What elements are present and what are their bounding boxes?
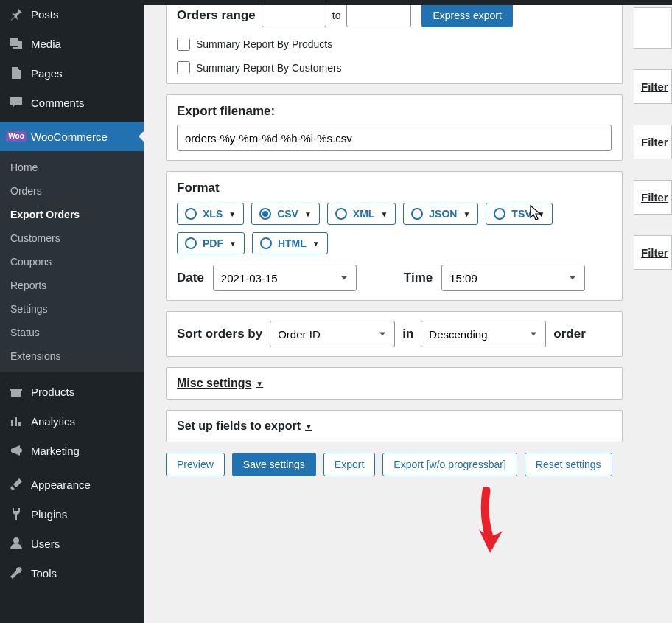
woocommerce-icon: Woo [9,129,24,144]
sub-coupons[interactable]: Coupons [0,250,144,274]
reset-settings-button[interactable]: Reset settings [525,453,612,476]
chevron-down-icon: ▼ [463,210,470,218]
summary-customers-checkbox-row[interactable]: Summary Report By Customers [177,61,612,74]
sidebar-label: Analytics [31,415,75,428]
summary-customers-checkbox[interactable] [177,61,190,74]
format-panel: Format XLS ▼ CSV ▼ XML ▼ [166,171,623,301]
sub-status[interactable]: Status [0,321,144,344]
sidebar-item-woocommerce[interactable]: Woo WooCommerce [0,122,144,151]
export-button[interactable]: Export [323,453,375,476]
export-no-progress-button[interactable]: Export [w/o progressbar] [382,453,517,476]
filter-stub[interactable]: Filter [634,235,672,270]
woocommerce-submenu: Home Orders Export Orders Customers Coup… [0,151,144,372]
preview-button[interactable]: Preview [166,453,225,476]
sidebar-item-tools[interactable]: Tools [0,558,144,588]
format-option-csv[interactable]: CSV ▼ [251,203,320,225]
format-option-label: XML [353,208,375,220]
media-icon [9,36,24,51]
sidebar-label: Appearance [31,478,91,491]
format-option-pdf[interactable]: PDF ▼ [177,232,245,254]
sidebar-item-media[interactable]: Media [0,29,144,58]
wrench-icon [9,565,24,580]
format-option-xml[interactable]: XML ▼ [327,203,396,225]
sub-export-orders[interactable]: Export Orders [0,203,144,226]
chevron-down-icon: ▼ [256,380,263,388]
sub-home[interactable]: Home [0,156,144,179]
format-option-xls[interactable]: XLS ▼ [177,203,244,225]
sidebar-item-pages[interactable]: Pages [0,58,144,88]
format-option-html[interactable]: HTML ▼ [252,232,328,254]
summary-products-checkbox[interactable] [177,38,190,51]
sort-in-text: in [402,327,413,341]
summary-customers-label: Summary Report By Customers [196,62,342,74]
summary-products-label: Summary Report By Products [196,38,332,50]
orders-range-from-input[interactable] [262,4,326,27]
sort-direction-select[interactable]: Descending [421,321,546,347]
format-option-label: JSON [429,208,457,220]
sub-reports[interactable]: Reports [0,274,144,297]
express-export-button[interactable]: Express export [421,4,512,27]
sidebar-item-analytics[interactable]: Analytics [0,406,144,436]
chevron-down-icon: ▼ [229,240,237,248]
format-option-tsv[interactable]: TSV ▼ [486,203,553,225]
sidebar-label: Media [31,38,61,50]
plug-icon [9,507,24,521]
sidebar-label: Tools [31,567,57,580]
orders-range-label: Orders range [177,8,256,23]
products-icon [9,384,24,399]
sub-orders[interactable]: Orders [0,179,144,203]
right-filter-column: Filter Filter Filter Filter [634,7,672,270]
radio-icon [259,208,271,220]
format-option-label: HTML [278,237,307,249]
filter-stub[interactable]: Filter [634,125,672,159]
radio-icon [411,208,423,220]
sub-extensions[interactable]: Extensions [0,344,144,368]
sidebar-label: WooCommerce [31,130,108,143]
chevron-down-icon: ▼ [312,240,320,248]
sidebar-item-comments[interactable]: Comments [0,88,144,117]
sub-settings[interactable]: Settings [0,297,144,321]
format-label: Format [177,181,612,195]
format-option-json[interactable]: JSON ▼ [403,203,478,225]
comment-icon [9,95,24,110]
filter-stub[interactable] [634,7,672,49]
format-option-label: XLS [203,208,223,220]
export-filename-input[interactable] [177,125,612,151]
radio-icon [260,237,272,249]
sidebar-item-plugins[interactable]: Plugins [0,499,144,529]
sub-customers[interactable]: Customers [0,226,144,250]
orders-range-to-text: to [332,10,341,21]
chevron-down-icon: ▼ [304,210,312,218]
sidebar-item-users[interactable]: Users [0,529,144,558]
chevron-down-icon: ▼ [305,422,312,431]
orders-range-to-input[interactable] [346,4,411,27]
page-icon [9,66,24,80]
orders-range-panel: Orders range to Express export Summary R… [166,3,623,84]
admin-sidebar: Posts Media Pages Comments Woo WooCommer… [0,0,144,623]
sidebar-item-appearance[interactable]: Appearance [0,470,144,499]
analytics-icon [9,414,24,428]
radio-icon [335,208,347,220]
save-settings-button[interactable]: Save settings [232,453,316,476]
filter-stub[interactable]: Filter [634,180,672,215]
actions-row: Preview Save settings Export Export [w/o… [166,453,637,476]
sidebar-item-products[interactable]: Products [0,377,144,406]
filter-stub[interactable]: Filter [634,69,672,104]
sidebar-item-posts[interactable]: Posts [0,5,144,29]
summary-products-checkbox-row[interactable]: Summary Report By Products [177,38,612,51]
time-select[interactable]: 15:09 [441,265,585,291]
date-select[interactable]: 2021-03-15 [213,265,357,291]
chevron-down-icon: ▼ [538,210,545,218]
sidebar-item-marketing[interactable]: Marketing [0,436,144,465]
misc-settings-panel: Misc settings ▼ [166,367,623,400]
export-filename-label: Export filename: [177,104,612,119]
fields-toggle[interactable]: Set up fields to export ▼ [177,420,312,433]
fields-panel: Set up fields to export ▼ [166,410,623,442]
sort-field-select[interactable]: Order ID [270,321,395,347]
sort-suffix-text: order [553,327,585,341]
format-option-label: CSV [277,208,298,220]
misc-settings-label: Misc settings [177,377,251,390]
misc-settings-toggle[interactable]: Misc settings ▼ [177,377,263,390]
radio-icon [494,208,505,220]
export-filename-panel: Export filename: [166,94,623,161]
